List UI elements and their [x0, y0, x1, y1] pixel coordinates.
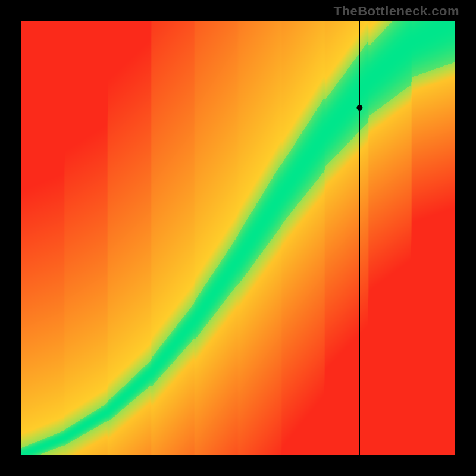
watermark-text: TheBottleneck.com [334, 4, 459, 19]
chart-frame: TheBottleneck.com [0, 0, 476, 476]
bottleneck-heatmap [21, 21, 455, 455]
